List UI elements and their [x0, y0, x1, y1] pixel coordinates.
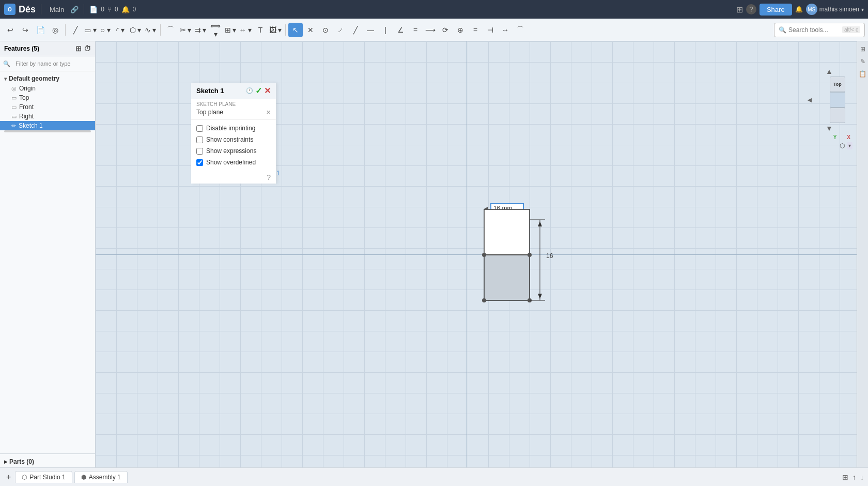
right-panel-icon-3[interactable]: 📋	[859, 70, 866, 78]
sidebar-header: Features (5) ⊞ ⏱	[0, 41, 95, 56]
tool-transform[interactable]: ↔ ▾	[238, 23, 253, 37]
cube-arrow-left-icon[interactable]: ◄	[806, 96, 813, 104]
tool-constr-line[interactable]: ⟋	[333, 23, 348, 37]
x-axis-label: X	[847, 134, 850, 140]
sketch-confirm-button[interactable]: ✓	[255, 86, 262, 96]
toolbar: ↩ ↪ 📄 ◎ ╱ ▭ ▾ ○ ▾ ◜ ▾ ⬡ ▾ ∿ ▾ ⌒ ✂ ▾ ⇉ ▾ …	[0, 19, 868, 41]
bottom-icon-3[interactable]: ↓	[860, 473, 864, 481]
sketch-panel-help[interactable]: ?	[191, 171, 276, 184]
cube-face-center[interactable]	[830, 92, 845, 108]
tool-constr-tan[interactable]: ⟳	[438, 23, 453, 37]
tool-constr-mid[interactable]: ╱	[348, 23, 363, 37]
filter-icon[interactable]: ⊞	[75, 44, 82, 53]
tool-arc[interactable]: ◜ ▾	[113, 23, 128, 37]
sidebar-item-top[interactable]: ▭ Top	[0, 93, 95, 102]
tool-redo[interactable]: ↪	[18, 23, 33, 37]
bottom-left-tabs: + ⬡ Part Studio 1 ⬢ Assembly 1	[4, 471, 128, 483]
cube-faces: Top	[814, 77, 861, 123]
disable-imprinting-checkbox[interactable]	[196, 125, 203, 132]
part-studio-icon: ⬡	[22, 474, 27, 481]
sketch-plane-clear-icon[interactable]: ✕	[266, 109, 271, 116]
sketch-icon: ✏	[11, 123, 16, 129]
link-icon[interactable]: 🔗	[70, 6, 79, 13]
tool-select[interactable]: ↖	[288, 23, 303, 37]
cube-face-bottom[interactable]	[830, 108, 845, 123]
notification-icon[interactable]: 🔔	[795, 6, 803, 13]
sidebar-item-right[interactable]: ▭ Right	[0, 112, 95, 121]
bottom-icon-1[interactable]: ⊞	[842, 473, 848, 481]
toolbar-left-group: ↩ ↪ 📄 ◎	[3, 23, 63, 37]
tool-fillet[interactable]: ⌒	[163, 23, 178, 37]
right-panel-icon-2[interactable]: ✎	[860, 58, 865, 65]
sketch-plane-label: Sketch plane	[191, 99, 276, 107]
tool-text[interactable]: T	[253, 23, 268, 37]
tool-undo[interactable]: ↩	[3, 23, 18, 37]
help-icon[interactable]: ?	[746, 4, 756, 14]
tool-constr-circle[interactable]: ⊙	[318, 23, 333, 37]
tool-constr-horiz[interactable]: —	[363, 23, 378, 37]
sidebar-item-right-label: Right	[19, 113, 34, 120]
tool-image[interactable]: 🖼 ▾	[268, 23, 283, 37]
default-geometry-label: Default geometry	[9, 75, 59, 82]
cube-face-top[interactable]: Top	[830, 77, 845, 92]
show-expressions-checkbox[interactable]	[196, 148, 203, 155]
history-icon[interactable]: ⏱	[84, 44, 91, 53]
right-panel-icon-1[interactable]: ⊞	[860, 45, 865, 53]
cube-arrow-up-icon[interactable]: ▲	[826, 67, 833, 75]
view-chevron-icon[interactable]: ▾	[847, 142, 853, 149]
show-expressions-label: Show expressions	[206, 147, 256, 155]
tool-dimension[interactable]: ↔	[498, 23, 513, 37]
show-overdefined-checkbox[interactable]	[196, 159, 203, 166]
main-nav-item[interactable]: Main	[47, 5, 67, 14]
tool-rect[interactable]: ▭ ▾	[83, 23, 98, 37]
tool-constr-perp[interactable]: =	[408, 23, 423, 37]
horizontal-axis	[96, 254, 868, 255]
cube-bottom-arrow-row[interactable]: ▼	[806, 124, 853, 132]
tool-circle[interactable]: ○ ▾	[98, 23, 113, 37]
view-3d-icon[interactable]: ⬡	[840, 142, 845, 149]
tool-linear-pattern[interactable]: ⊞ ▾	[223, 23, 238, 37]
sidebar-item-top-label: Top	[19, 94, 29, 101]
share-button[interactable]: Share	[760, 4, 792, 16]
sketch-close-button[interactable]: ✕	[264, 86, 271, 96]
tool-point[interactable]: ✕	[303, 23, 318, 37]
sidebar-item-front[interactable]: ▭ Front	[0, 102, 95, 112]
bottom-icon-2[interactable]: ↑	[853, 473, 856, 481]
cube-arrow-down-icon[interactable]: ▼	[826, 124, 833, 132]
tab-part-studio-1[interactable]: ⬡ Part Studio 1	[15, 471, 72, 483]
tool-doc[interactable]: 📄	[33, 23, 48, 37]
parts-section[interactable]: ▸ Parts (0)	[0, 456, 95, 467]
tool-mirror[interactable]: ⟺ ▾	[208, 23, 223, 37]
tool-constr-arc[interactable]: ⌒	[513, 23, 528, 37]
sidebar-filter: 🔍	[0, 56, 95, 71]
tool-constr-sym[interactable]: ⊣	[483, 23, 498, 37]
tab-assembly-1[interactable]: ⬢ Assembly 1	[74, 471, 128, 483]
sketch-plane-name: Top plane	[196, 109, 223, 116]
sidebar-filter-input[interactable]	[12, 59, 74, 68]
grid-apps-icon[interactable]: ⊞	[736, 5, 743, 14]
tool-constr-para[interactable]: ⟶	[423, 23, 438, 37]
add-tab-button[interactable]: +	[4, 473, 13, 482]
origin-icon: ◎	[11, 85, 17, 92]
dimension-input[interactable]	[490, 203, 524, 214]
search-tools-input[interactable]	[788, 26, 840, 34]
tool-constr-fix[interactable]: ⊕	[453, 23, 468, 37]
sketch-info-icon[interactable]: 🕐	[246, 87, 253, 94]
tool-constr-vert[interactable]: |	[378, 23, 393, 37]
tool-constr-angle[interactable]: ∠	[393, 23, 408, 37]
sidebar-tree: ▾ Default geometry ◎ Origin ▭ Top ▭ Fron…	[0, 71, 95, 451]
cube-top-arrow[interactable]: ▲	[806, 67, 853, 75]
tool-trim[interactable]: ✂ ▾	[178, 23, 193, 37]
user-chevron-icon[interactable]: ▾	[861, 7, 864, 12]
tool-constr-eq[interactable]: =	[468, 23, 483, 37]
tool-polygon[interactable]: ⬡ ▾	[128, 23, 143, 37]
show-constraints-checkbox[interactable]	[196, 136, 203, 143]
tool-line[interactable]: ╱	[68, 23, 83, 37]
tool-spline[interactable]: ∿ ▾	[143, 23, 158, 37]
tool-target[interactable]: ◎	[48, 23, 63, 37]
tool-offset[interactable]: ⇉ ▾	[193, 23, 208, 37]
sidebar-item-sketch1[interactable]: ✏ Sketch 1	[0, 121, 95, 130]
default-geometry-header[interactable]: ▾ Default geometry	[0, 73, 95, 84]
sidebar-item-origin[interactable]: ◎ Origin	[0, 84, 95, 93]
branch-icon: ⑂	[107, 6, 112, 13]
